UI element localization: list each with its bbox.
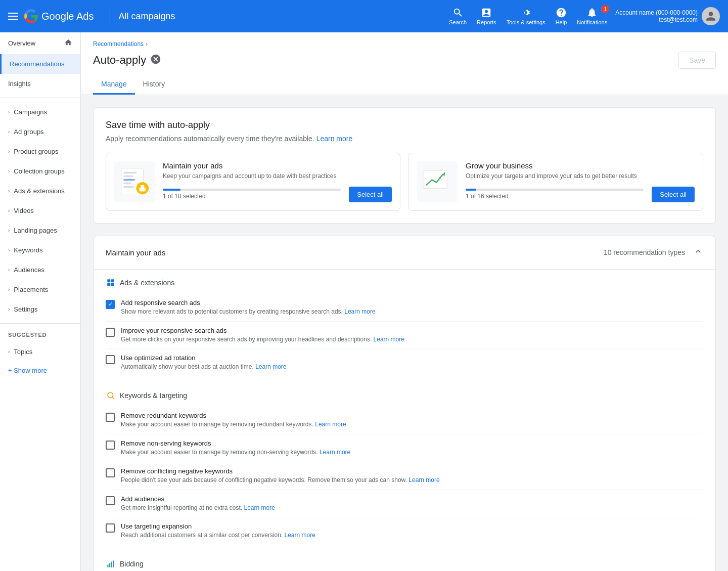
add-audiences-checkbox[interactable] — [106, 496, 115, 505]
show-more-button[interactable]: + Show more — [0, 362, 80, 379]
rec-desc-text: Automatically show your best ads at auct… — [121, 363, 254, 370]
tools-nav-item[interactable]: Tools & settings — [507, 7, 545, 25]
grow-progress-bar — [466, 189, 644, 191]
learn-more-link[interactable]: Learn more — [255, 363, 286, 370]
svg-rect-18 — [107, 565, 108, 567]
hero-learn-more-link[interactable]: Learn more — [316, 135, 353, 143]
rec-text: Add responsive search ads Show more rele… — [121, 299, 376, 316]
sidebar-item-product-groups[interactable]: › Product groups — [0, 142, 80, 161]
rec-text: Remove non-serving keywords Make your ac… — [121, 440, 350, 457]
tools-label: Tools & settings — [507, 19, 545, 25]
sidebar-item-placements[interactable]: › Placements — [0, 280, 80, 299]
learn-more-link[interactable]: Learn more — [344, 308, 375, 315]
grow-business-card: Grow your business Optimize your targets… — [408, 153, 703, 211]
sidebar-item-keywords[interactable]: › Keywords — [0, 240, 80, 260]
breadcrumb-link[interactable]: Recommendations — [93, 40, 144, 48]
rec-item-optimized-rotation: Use optimized ad rotation Automatically … — [106, 349, 703, 376]
optimized-rotation-checkbox[interactable] — [106, 355, 115, 364]
bidding-icon — [106, 559, 116, 569]
rec-title: Add responsive search ads — [121, 299, 376, 306]
tabs: Manage History — [93, 75, 716, 95]
remove-conflicting-checkbox[interactable] — [106, 468, 115, 477]
tab-history[interactable]: History — [135, 75, 173, 95]
campaign-name: All campaigns — [118, 11, 449, 22]
maintain-progress-fill — [163, 189, 180, 191]
avatar-icon — [705, 11, 716, 22]
grow-select-all-button[interactable]: Select all — [652, 187, 695, 202]
notifications-icon — [586, 7, 598, 18]
notifications-nav-item[interactable]: 1 Notifications — [577, 7, 607, 25]
rec-item-remove-non-serving: Remove non-serving keywords Make your ac… — [106, 434, 703, 462]
account-email: test@test.com — [615, 16, 698, 23]
recommendations-section: Maintain your ads 10 recommendation type… — [93, 236, 716, 571]
grow-illustration-svg — [420, 164, 455, 199]
rec-desc: Get more insightful reporting at no extr… — [121, 504, 275, 512]
remove-redundant-checkbox[interactable] — [106, 413, 115, 422]
rec-title: Use optimized ad rotation — [121, 354, 287, 362]
learn-more-link[interactable]: Learn more — [374, 336, 404, 343]
search-nav-item[interactable]: Search — [449, 7, 467, 25]
sidebar-item-recommendations[interactable]: Recommendations — [0, 54, 80, 74]
sidebar-item-landing-pages[interactable]: › Landing pages — [0, 221, 80, 240]
targeting-expansion-checkbox[interactable] — [106, 523, 115, 533]
home-icon — [64, 38, 72, 48]
reports-nav-item[interactable]: Reports — [477, 7, 496, 25]
maintain-ads-card: Maintain your ads Keep your campaigns an… — [106, 153, 400, 211]
product-groups-label: Product groups — [14, 148, 58, 155]
rec-desc-text: Show more relevant ads to potential cust… — [121, 308, 343, 315]
sidebar-item-campaigns[interactable]: › Campaigns — [0, 102, 80, 122]
improve-responsive-checkbox[interactable] — [106, 328, 115, 337]
sidebar-divider-2 — [0, 323, 80, 324]
sidebar-item-settings[interactable]: › Settings — [0, 299, 80, 319]
help-nav-item[interactable]: Help — [556, 7, 567, 25]
rec-text: Use targeting expansion Reach additional… — [121, 522, 315, 540]
section-title: Maintain your ads — [106, 248, 165, 257]
sidebar-item-videos[interactable]: › Videos — [0, 201, 80, 221]
help-label: Help — [556, 19, 567, 25]
sidebar-item-audiences[interactable]: › Audiences — [0, 260, 80, 280]
tab-manage[interactable]: Manage — [93, 75, 135, 95]
landing-pages-label: Landing pages — [14, 227, 57, 234]
sidebar-item-collection-groups[interactable]: › Collection groups — [0, 161, 80, 181]
maintain-select-all-button[interactable]: Select all — [349, 187, 392, 202]
grow-illustration — [417, 161, 458, 202]
section-header-right: 10 recommendation types — [604, 246, 703, 259]
rec-text: Use optimized ad rotation Automatically … — [121, 354, 287, 371]
sidebar-item-overview[interactable]: Overview — [0, 32, 80, 54]
ad-groups-label: Ad groups — [14, 128, 43, 136]
sidebar-item-insights[interactable]: Insights — [0, 74, 80, 94]
ads-extensions-label: Ads & extensions — [120, 279, 174, 287]
learn-more-link[interactable]: Learn more — [408, 476, 439, 484]
svg-rect-12 — [107, 279, 110, 282]
chevron-icon: › — [8, 349, 10, 355]
responsive-search-checkbox[interactable] — [106, 300, 115, 309]
recommendations-label: Recommendations — [10, 60, 64, 68]
keywords-icon — [106, 390, 116, 401]
save-button[interactable]: Save — [678, 52, 716, 69]
sidebar-item-ad-groups[interactable]: › Ad groups — [0, 122, 80, 142]
hamburger-menu[interactable] — [8, 13, 18, 20]
overview-label: Overview — [8, 39, 35, 47]
rec-desc-text: Get more clicks on your responsive searc… — [121, 336, 372, 343]
audiences-label: Audiences — [14, 266, 44, 274]
rec-desc-text: Make your account easier to manage by re… — [121, 421, 313, 428]
placements-label: Placements — [14, 286, 48, 293]
learn-more-link[interactable]: Learn more — [244, 504, 275, 511]
rec-title: Remove conflicting negative keywords — [121, 467, 440, 475]
chevron-icon: › — [8, 168, 10, 174]
remove-non-serving-checkbox[interactable] — [106, 441, 115, 450]
close-circle-icon[interactable] — [150, 54, 161, 67]
avatar[interactable] — [702, 7, 720, 25]
rec-desc: Show more relevant ads to potential cust… — [121, 308, 376, 316]
learn-more-link[interactable]: Learn more — [285, 532, 315, 539]
learn-more-link[interactable]: Learn more — [315, 421, 346, 428]
learn-more-link[interactable]: Learn more — [320, 449, 350, 456]
grow-card-desc: Optimize your targets and improve your a… — [466, 172, 695, 181]
sidebar-item-topics[interactable]: › Topics — [0, 342, 80, 362]
collapse-icon[interactable] — [693, 246, 703, 259]
grow-card-title: Grow your business — [466, 161, 695, 170]
section-count: 10 recommendation types — [604, 248, 685, 256]
ads-extensions-header: Ads & extensions — [106, 278, 703, 288]
rec-desc: Get more clicks on your responsive searc… — [121, 335, 404, 344]
sidebar-item-ads-extensions[interactable]: › Ads & extensions — [0, 181, 80, 201]
